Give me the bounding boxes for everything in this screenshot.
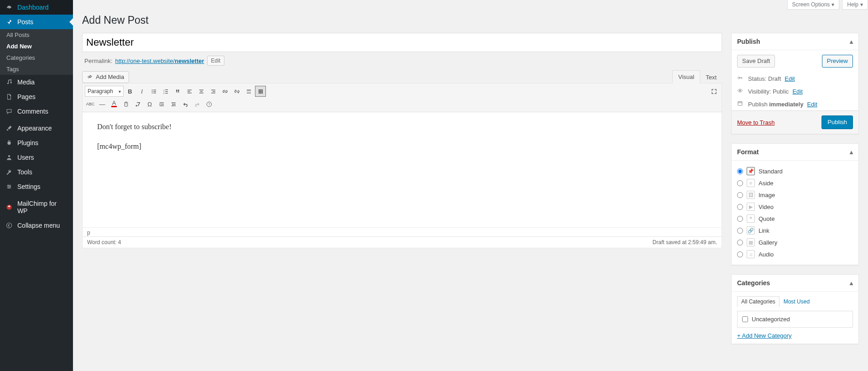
svg-rect-36 [258, 89, 260, 90]
svg-rect-26 [187, 93, 191, 93]
align-right-button[interactable] [208, 86, 218, 97]
eye-icon [737, 88, 744, 95]
category-label: Uncategorized [752, 316, 790, 323]
preview-button[interactable]: Preview [822, 55, 853, 68]
redo-button[interactable] [192, 99, 203, 110]
toolbar-toggle-button[interactable] [255, 86, 266, 97]
svg-rect-58 [742, 78, 742, 79]
svg-rect-53 [171, 105, 175, 106]
format-option-link[interactable]: 🔗Link [737, 225, 853, 236]
align-center-button[interactable] [196, 86, 207, 97]
align-left-button[interactable] [184, 86, 195, 97]
publish-heading[interactable]: Publish▴ [732, 33, 858, 50]
number-list-button[interactable]: 123 [160, 86, 171, 97]
visual-tab[interactable]: Visual [672, 70, 700, 84]
brush-icon [5, 125, 14, 131]
sidebar-subitem-add-new[interactable]: Add New [0, 41, 73, 52]
sidebar-item-users[interactable]: Users [0, 150, 73, 165]
sidebar-item-appearance[interactable]: Appearance [0, 121, 73, 136]
sidebar-item-posts[interactable]: Posts [0, 15, 73, 29]
permalink-row: Permalink: http://one-test.website/newsl… [84, 56, 720, 66]
most-used-tab[interactable]: Most Used [780, 296, 814, 307]
undo-button[interactable] [180, 99, 191, 110]
publish-button[interactable]: Publish [821, 115, 853, 129]
collapse-icon [5, 222, 14, 229]
svg-point-16 [151, 92, 152, 93]
svg-point-9 [6, 204, 11, 209]
permalink-edit-button[interactable]: Edit [207, 56, 225, 66]
format-option-video[interactable]: ▶Video [737, 201, 853, 213]
move-to-trash-link[interactable]: Move to Trash [737, 119, 774, 126]
help-button[interactable]: ? [203, 99, 214, 110]
svg-rect-39 [258, 91, 260, 92]
link-button[interactable] [219, 86, 230, 97]
fullscreen-button[interactable] [708, 86, 719, 97]
sidebar-subitem-tags[interactable]: Tags [0, 63, 73, 75]
blockquote-button[interactable] [172, 86, 183, 97]
hr-button[interactable]: — [97, 99, 108, 110]
svg-point-8 [8, 188, 9, 188]
sidebar-item-mailchimp-for-wp[interactable]: MailChimp for WP [0, 196, 73, 218]
edit-visibility-link[interactable]: Edit [792, 88, 802, 95]
sidebar-item-media[interactable]: Media [0, 75, 73, 89]
audio-icon: ♫ [747, 250, 755, 258]
dash-icon [5, 4, 14, 10]
sidebar-item-pages[interactable]: Pages [0, 89, 73, 104]
format-option-audio[interactable]: ♫Audio [737, 248, 853, 260]
format-option-quote[interactable]: ❝Quote [737, 213, 853, 225]
element-path[interactable]: p [83, 227, 722, 236]
sidebar-item-label: Plugins [17, 139, 38, 146]
format-option-aside[interactable]: ≡Aside [737, 177, 853, 189]
paste-text-button[interactable]: T [120, 99, 131, 110]
more-button[interactable] [243, 86, 254, 97]
text-tab[interactable]: Text [700, 71, 722, 84]
content-line: [mc4wp_form] [97, 141, 707, 152]
svg-rect-41 [261, 91, 263, 92]
all-categories-tab[interactable]: All Categories [737, 296, 780, 307]
unlink-button[interactable] [231, 86, 242, 97]
sidebar-item-tools[interactable]: Tools [0, 165, 73, 179]
special-char-button[interactable]: Ω [144, 99, 155, 110]
main-content: Screen Options▾ Help▾ Add New Post Perma… [73, 0, 868, 371]
sidebar-item-collapse-menu[interactable]: Collapse menu [0, 218, 73, 233]
italic-button[interactable]: I [136, 86, 147, 97]
editor: Paragraph B I 123 [82, 83, 722, 248]
edit-schedule-link[interactable]: Edit [807, 101, 817, 108]
sidebar-item-label: Pages [17, 93, 36, 100]
strikethrough-button[interactable]: ABC [85, 99, 96, 110]
svg-point-6 [8, 185, 9, 186]
bullet-list-button[interactable] [148, 86, 159, 97]
clear-format-button[interactable] [132, 99, 143, 110]
sidebar-subitem-categories[interactable]: Categories [0, 52, 73, 63]
outdent-button[interactable] [156, 99, 167, 110]
format-label: Video [759, 204, 774, 210]
block-format-select[interactable]: Paragraph [85, 86, 124, 97]
format-heading[interactable]: Format▴ [732, 144, 858, 161]
sidebar-subitem-all-posts[interactable]: All Posts [0, 29, 73, 41]
sidebar-item-comments[interactable]: Comments [0, 104, 73, 119]
sidebar-item-plugins[interactable]: Plugins [0, 136, 73, 150]
format-label: Standard [759, 168, 783, 175]
svg-point-2 [8, 155, 10, 157]
bold-button[interactable]: B [125, 86, 135, 97]
format-option-gallery[interactable]: ▦Gallery [737, 236, 853, 248]
content-editor[interactable]: Don't forget to subscribe! [mc4wp_form] [83, 112, 722, 227]
screen-options-tab[interactable]: Screen Options▾ [787, 0, 840, 10]
categories-heading[interactable]: Categories▴ [732, 275, 858, 292]
format-option-image[interactable]: 🖼Image [737, 189, 853, 201]
permalink-link[interactable]: http://one-test.website/newsletter [115, 57, 204, 64]
sidebar-item-dashboard[interactable]: Dashboard [0, 0, 73, 15]
post-title-input[interactable] [82, 33, 722, 52]
svg-rect-23 [165, 93, 168, 93]
edit-status-link[interactable]: Edit [785, 75, 795, 82]
format-option-standard[interactable]: 📌Standard [737, 165, 853, 177]
add-new-category-link[interactable]: + Add New Category [737, 332, 792, 339]
help-tab[interactable]: Help▾ [842, 0, 868, 10]
text-color-button[interactable]: A [109, 99, 120, 110]
indent-button[interactable] [168, 99, 179, 110]
category-item[interactable]: Uncategorized [742, 316, 848, 323]
save-draft-button[interactable]: Save Draft [737, 55, 775, 68]
sidebar-item-settings[interactable]: Settings [0, 179, 73, 194]
add-media-button[interactable]: Add Media [82, 71, 129, 83]
svg-rect-28 [200, 91, 202, 91]
